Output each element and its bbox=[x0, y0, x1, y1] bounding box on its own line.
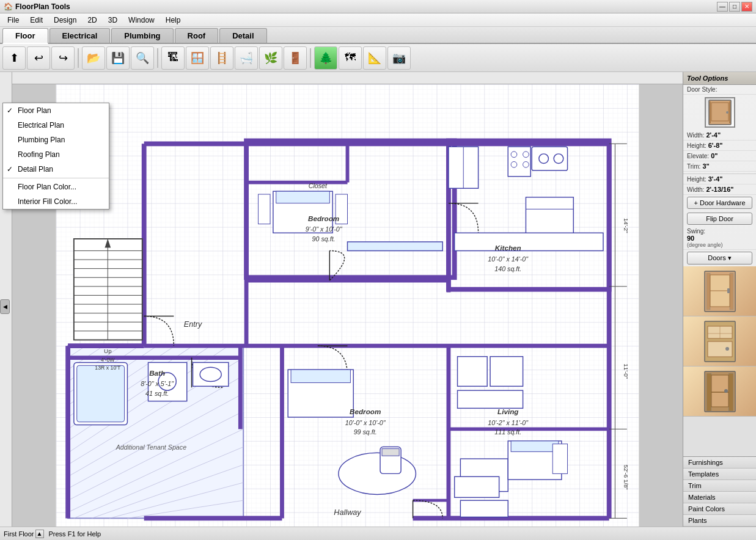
minimize-button[interactable]: — bbox=[717, 2, 728, 12]
tool-wall[interactable]: 🏗 bbox=[161, 46, 185, 70]
svg-rect-91 bbox=[455, 476, 499, 497]
svg-point-154 bbox=[725, 347, 729, 351]
tool-open[interactable]: 📂 bbox=[82, 46, 105, 70]
doors-dropdown-button[interactable]: Doors ▾ bbox=[687, 252, 752, 265]
category-templates[interactable]: Templates bbox=[683, 469, 756, 480]
svg-rect-82 bbox=[382, 449, 399, 456]
floor-up-button[interactable]: ▲ bbox=[35, 530, 44, 538]
svg-rect-84 bbox=[490, 357, 523, 387]
category-plants[interactable]: Plants bbox=[683, 515, 756, 527]
svg-text:10'-2" x 11'-0": 10'-2" x 11'-0" bbox=[488, 419, 529, 426]
tool-plant[interactable]: 🌿 bbox=[259, 46, 282, 70]
tool-stair[interactable]: 🪜 bbox=[210, 46, 233, 70]
menu-window[interactable]: Window bbox=[123, 15, 160, 26]
toolbar: ⬆ ↩ ↪ 📂 💾 🔍 🏗 🪟 🪜 🛁 🌿 🚪 🌲 🗺 📐 📷 bbox=[0, 44, 756, 72]
tab-plumbing[interactable]: Plumbing bbox=[111, 28, 173, 43]
tool-3d-view[interactable]: 🌲 bbox=[314, 46, 337, 70]
svg-text:8'-0" x 5'-1": 8'-0" x 5'-1" bbox=[141, 380, 174, 387]
svg-point-80 bbox=[339, 453, 416, 494]
menu-3d[interactable]: 3D bbox=[103, 15, 122, 26]
door-thumb-2[interactable] bbox=[683, 316, 756, 367]
swing-unit: (degree angle) bbox=[687, 242, 752, 248]
svg-text:11'-0": 11'-0" bbox=[623, 363, 629, 379]
menu-item-detail-plan[interactable]: Detail Plan bbox=[3, 162, 109, 177]
tab-roof[interactable]: Roof bbox=[175, 28, 219, 43]
tool-window[interactable]: 🪟 bbox=[186, 46, 209, 70]
tab-detail[interactable]: Detail bbox=[219, 28, 266, 43]
category-trim[interactable]: Trim bbox=[683, 480, 756, 492]
tool-undo[interactable]: ↩ bbox=[27, 46, 50, 70]
svg-rect-71 bbox=[348, 242, 443, 251]
width-value: 2'-4" bbox=[706, 131, 721, 139]
svg-rect-89 bbox=[511, 441, 559, 452]
svg-text:52'-6 1/8": 52'-6 1/8" bbox=[623, 465, 629, 491]
menu-item-electrical-plan[interactable]: Electrical Plan bbox=[3, 118, 109, 133]
svg-rect-65 bbox=[526, 197, 573, 233]
title-bar: 🏠 FloorPlan Tools — □ ✕ bbox=[0, 0, 756, 13]
door-style-preview[interactable] bbox=[705, 97, 735, 128]
floor-selector: First Floor ▲ bbox=[4, 530, 44, 538]
flip-door-button[interactable]: Flip Door bbox=[687, 213, 752, 225]
svg-text:Bath: Bath bbox=[149, 369, 165, 377]
tool-options-header: Tool Options bbox=[683, 72, 756, 85]
svg-rect-64 bbox=[455, 233, 603, 250]
door-style-label: Door Style: bbox=[687, 86, 752, 93]
svg-rect-59 bbox=[508, 147, 530, 177]
door-thumb-3[interactable] bbox=[683, 367, 756, 417]
floor-name: First Floor bbox=[4, 530, 34, 538]
menu-item-roofing-plan[interactable]: Roofing Plan bbox=[3, 147, 109, 162]
category-materials[interactable]: Materials bbox=[683, 492, 756, 503]
menu-item-interior-fill[interactable]: Interior Fill Color... bbox=[3, 194, 109, 209]
category-furnishings[interactable]: Furnishings bbox=[683, 457, 756, 469]
menu-help[interactable]: Help bbox=[161, 15, 186, 26]
svg-text:140 sq.ft.: 140 sq.ft. bbox=[494, 265, 521, 272]
swing-label: Swing: bbox=[687, 228, 752, 235]
tool-floorplan-view[interactable]: 🗺 bbox=[339, 46, 362, 70]
svg-text:Closet: Closet bbox=[309, 182, 328, 189]
menu-file[interactable]: File bbox=[2, 15, 24, 26]
tool-select[interactable]: ⬆ bbox=[2, 46, 26, 70]
title-bar-left: 🏠 FloorPlan Tools bbox=[4, 2, 70, 11]
door-thumb-1[interactable] bbox=[683, 266, 756, 316]
category-paint-colors[interactable]: Paint Colors bbox=[683, 503, 756, 515]
height2-label: Height: bbox=[687, 176, 706, 183]
add-hardware-button[interactable]: + Door Hardware bbox=[687, 197, 752, 209]
svg-rect-144 bbox=[706, 273, 710, 310]
height-value: 6'-8" bbox=[708, 142, 723, 149]
tool-redo[interactable]: ↪ bbox=[51, 46, 75, 70]
svg-text:41 sq.ft.: 41 sq.ft. bbox=[145, 390, 169, 397]
svg-point-160 bbox=[724, 389, 728, 393]
tab-floor[interactable]: Floor bbox=[2, 28, 48, 44]
svg-text:Additional Tenant Space: Additional Tenant Space bbox=[116, 443, 187, 451]
svg-text:10'-0" x 10'-0": 10'-0" x 10'-0" bbox=[345, 419, 386, 426]
tool-bath[interactable]: 🛁 bbox=[235, 46, 258, 70]
tool-save[interactable]: 💾 bbox=[106, 46, 130, 70]
toolbar-sep-3 bbox=[310, 48, 311, 68]
app-title: FloorPlan Tools bbox=[15, 2, 70, 11]
tool-camera[interactable]: 📷 bbox=[387, 46, 411, 70]
floor-plan-canvas[interactable]: Closet Bedroom 9'-0" x 10'-0" 90 sq.ft. … bbox=[12, 84, 683, 527]
svg-text:14'-2": 14'-2" bbox=[623, 218, 629, 233]
scroll-handle[interactable]: ◀ bbox=[0, 299, 10, 314]
menu-item-plumbing-plan[interactable]: Plumbing Plan bbox=[3, 133, 109, 147]
tool-zoom[interactable]: 🔍 bbox=[131, 46, 154, 70]
door-thumbnails[interactable] bbox=[683, 266, 756, 456]
canvas-area[interactable]: ◀ bbox=[0, 72, 683, 527]
menu-design[interactable]: Design bbox=[49, 15, 81, 26]
svg-rect-87 bbox=[460, 500, 508, 517]
svg-rect-85 bbox=[458, 390, 523, 408]
tool-elevation[interactable]: 📐 bbox=[363, 46, 386, 70]
svg-rect-76 bbox=[193, 362, 228, 386]
width-label: Width: bbox=[687, 132, 704, 139]
tool-door[interactable]: 🚪 bbox=[284, 46, 307, 70]
trim-row: Trim: 3" bbox=[683, 161, 756, 172]
maximize-button[interactable]: □ bbox=[729, 2, 740, 12]
width2-row: Width: 2'-13/16" bbox=[683, 184, 756, 195]
elevate-label: Elevate: bbox=[687, 153, 709, 159]
menu-item-floor-plan[interactable]: Floor Plan bbox=[3, 103, 109, 118]
close-button[interactable]: ✕ bbox=[741, 2, 752, 12]
menu-edit[interactable]: Edit bbox=[25, 15, 48, 26]
menu-item-floor-color[interactable]: Floor Plan Color... bbox=[3, 180, 109, 194]
menu-2d[interactable]: 2D bbox=[83, 15, 101, 26]
tab-electrical[interactable]: Electrical bbox=[50, 28, 111, 43]
